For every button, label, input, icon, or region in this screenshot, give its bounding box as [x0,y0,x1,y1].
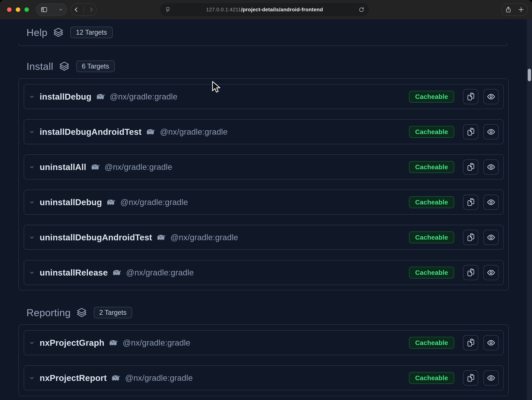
targets-count-badge: 6 Targets [76,61,115,72]
chevron-down-icon[interactable] [29,270,35,275]
target-name[interactable]: installDebug [40,92,91,102]
eye-icon [487,163,495,171]
clipboard-copy-icon [466,374,475,382]
copy-task-id-button[interactable] [463,370,478,386]
chevron-down-icon[interactable] [29,340,35,346]
copy-task-id-button[interactable] [463,159,478,175]
layers-stack-icon [59,61,70,72]
view-task-details-button[interactable] [483,89,499,104]
clipboard-copy-icon [466,128,475,136]
cacheable-badge: Cacheable [409,196,454,208]
toolbar-right-group [501,3,528,16]
address-bar[interactable]: 127.0.0.1:4211/project-details/android-f… [160,3,369,17]
forward-button-icon[interactable] [88,6,94,13]
gradle-elephant-icon [91,163,100,171]
eye-icon [487,233,495,242]
chevron-down-icon[interactable] [29,375,35,381]
target-row: uninstallDebug @nx/gradle:gradle Cacheab… [24,190,504,215]
section-heading-install: Install 6 Targets [26,60,532,73]
eye-icon [487,374,495,382]
section-heading-help: Help 12 Targets [26,26,532,39]
new-tab-plus-icon[interactable] [518,6,524,13]
install-targets-list: installDebug @nx/gradle:gradle Cacheable [18,78,509,290]
clipboard-copy-icon [466,92,475,101]
cacheable-badge: Cacheable [409,161,454,173]
target-executor: @nx/gradle:gradle [125,373,193,383]
copy-task-id-button[interactable] [463,230,478,245]
scrollbar-thumb[interactable] [528,69,531,81]
copy-task-id-button[interactable] [463,195,478,210]
chevron-down-icon[interactable] [29,234,35,240]
chevron-down-icon[interactable] [29,129,35,135]
close-window-button[interactable] [7,7,12,12]
eye-icon [487,338,495,347]
target-name[interactable]: nxProjectReport [40,373,107,383]
cacheable-badge: Cacheable [409,231,454,243]
layers-stack-icon [76,307,87,318]
copy-task-id-button[interactable] [463,89,478,104]
target-name[interactable]: uninstallDebugAndroidTest [40,232,152,242]
chevron-down-icon[interactable] [29,199,35,205]
scrollbar-track[interactable] [527,19,532,400]
layers-stack-icon [53,27,64,38]
gradle-elephant-icon [111,374,120,382]
zoom-window-button[interactable] [25,7,29,12]
clipboard-copy-icon [466,233,475,242]
target-name[interactable]: uninstallDebug [40,197,102,207]
target-row: installDebug @nx/gradle:gradle Cacheable [24,84,504,109]
copy-task-id-button[interactable] [463,124,478,139]
view-task-details-button[interactable] [483,159,499,175]
back-button-icon[interactable] [73,6,79,13]
view-task-details-button[interactable] [483,195,499,210]
cacheable-badge: Cacheable [409,337,454,349]
view-task-details-button[interactable] [483,124,499,139]
reload-icon[interactable] [358,6,364,13]
mouse-cursor [211,81,221,94]
view-task-details-button[interactable] [483,335,499,350]
share-icon[interactable] [505,6,512,13]
target-row: installDebugAndroidTest @nx/gradle:gradl… [24,119,504,144]
gradle-elephant-icon [157,234,166,241]
tab-overview-chevron-icon[interactable] [58,7,63,12]
section-title: Install [26,61,53,72]
target-name[interactable]: uninstallRelease [40,268,108,278]
target-executor: @nx/gradle:gradle [123,338,190,347]
minimize-window-button[interactable] [16,7,20,12]
targets-count-badge: 2 Targets [94,307,132,318]
url-path: /project-details/android-frontend [241,7,323,12]
sidebar-toggle-group [36,3,67,16]
sidebar-toggle-icon[interactable] [40,6,48,13]
page-content: Help 12 Targets Install 6 Targets [0,26,532,396]
section-title: Reporting [26,307,71,318]
target-row: uninstallRelease @nx/gradle:gradle Cache… [24,260,504,285]
clipboard-copy-icon [466,198,475,206]
cacheable-badge: Cacheable [409,126,454,138]
section-title: Help [26,27,47,38]
target-executor: @nx/gradle:gradle [171,233,238,242]
navigation-group [71,3,97,16]
target-executor: @nx/gradle:gradle [110,92,177,101]
page-format-icon[interactable] [165,6,171,13]
copy-task-id-button[interactable] [463,265,478,280]
cacheable-badge: Cacheable [409,372,454,384]
target-name[interactable]: uninstallAll [40,162,86,172]
url-text[interactable]: 127.0.0.1:4211/project-details/android-f… [171,7,358,12]
gradle-elephant-icon [109,339,118,346]
view-task-details-button[interactable] [483,230,499,245]
gradle-elephant-icon [96,93,105,100]
view-task-details-button[interactable] [483,370,499,386]
nav-separator [83,6,84,13]
gradle-elephant-icon [106,199,115,206]
chevron-down-icon[interactable] [29,164,35,170]
target-name[interactable]: installDebugAndroidTest [40,127,141,137]
view-task-details-button[interactable] [483,265,499,280]
reporting-targets-list: nxProjectGraph @nx/gradle:gradle Cacheab… [18,325,509,396]
target-executor: @nx/gradle:gradle [160,127,228,137]
window-controls [7,7,29,12]
browser-window: 127.0.0.1:4211/project-details/android-f… [0,0,532,400]
gradle-elephant-icon [146,128,155,136]
copy-task-id-button[interactable] [463,335,478,350]
chevron-down-icon[interactable] [29,94,35,100]
target-name[interactable]: nxProjectGraph [40,338,104,348]
target-row: nxProjectGraph @nx/gradle:gradle Cacheab… [24,330,504,355]
